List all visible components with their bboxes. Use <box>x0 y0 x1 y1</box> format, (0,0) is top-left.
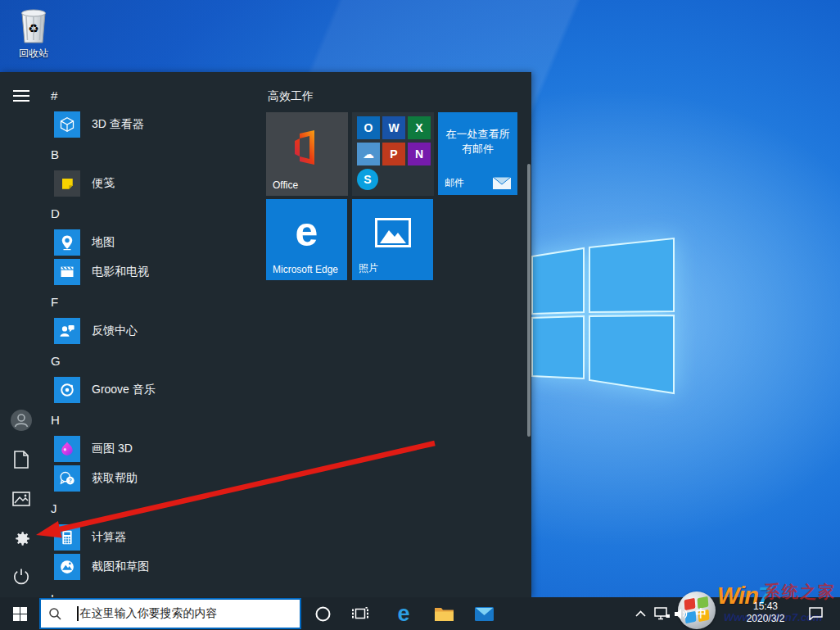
section-letter-d[interactable]: D <box>51 206 84 223</box>
app-item-sticky-notes[interactable]: 便笺 <box>51 169 260 198</box>
skype-icon: S <box>357 169 378 190</box>
documents-button[interactable] <box>10 448 33 471</box>
word-icon: W <box>382 116 405 139</box>
taskbar-mail-button[interactable] <box>471 597 497 630</box>
onenote-icon: N <box>408 143 431 165</box>
mail-tile-heading: 在一处查看所有邮件 <box>442 127 513 156</box>
svg-text:?: ? <box>69 478 72 483</box>
cortana-icon <box>315 606 331 622</box>
user-account-button[interactable] <box>10 409 33 432</box>
section-letter-hash[interactable]: # <box>51 88 84 105</box>
power-button[interactable] <box>10 565 33 588</box>
taskbar-file-explorer-button[interactable] <box>431 597 457 630</box>
tray-volume-button[interactable] <box>672 597 690 630</box>
app-label: 电影和电视 <box>92 265 149 279</box>
tile-mail[interactable]: 在一处查看所有邮件 邮件 <box>438 112 517 195</box>
tile-microsoft-edge[interactable]: e Microsoft Edge <box>266 199 347 280</box>
taskbar: 在这里输入你要搜索的内容 e <box>0 597 840 630</box>
section-letter-b[interactable]: B <box>51 147 84 164</box>
svg-text:♻: ♻ <box>28 21 38 36</box>
tile-photos[interactable]: 照片 <box>352 199 433 280</box>
tile-label: Microsoft Edge <box>273 264 338 275</box>
action-center-button[interactable] <box>804 597 827 630</box>
hamburger-icon <box>13 90 29 102</box>
groove-music-icon <box>54 377 80 403</box>
onedrive-icon: ☁ <box>357 143 380 165</box>
get-help-icon: ? <box>54 465 80 492</box>
windows-start-icon <box>13 607 27 621</box>
app-item-paint-3d[interactable]: 画图 3D <box>51 434 260 464</box>
pictures-button[interactable] <box>10 487 33 510</box>
app-item-3d-viewer[interactable]: 3D 查看器 <box>51 110 260 139</box>
app-label: 便笺 <box>92 176 115 191</box>
settings-button[interactable] <box>10 527 33 550</box>
task-view-icon <box>352 607 368 620</box>
section-letter-h[interactable]: H <box>51 413 84 429</box>
app-item-snip-sketch[interactable]: 截图和草图 <box>51 552 260 582</box>
cortana-button[interactable] <box>309 597 336 630</box>
movies-tv-icon <box>54 259 80 285</box>
windows-desktop: ♻ 回收站 <box>0 0 840 630</box>
mail-icon <box>475 607 494 621</box>
tile-office-folder[interactable]: O W X ☁ P N S <box>352 112 434 196</box>
tray-date: 2020/3/2 <box>739 613 792 625</box>
tile-group-header[interactable]: 高效工作 <box>268 89 314 104</box>
search-icon <box>49 608 61 620</box>
tiles-scrollbar[interactable] <box>527 164 531 437</box>
ime-mode-indicator[interactable]: 中 <box>693 597 709 630</box>
sticky-notes-icon <box>54 170 80 197</box>
tile-label: 邮件 <box>445 176 464 190</box>
app-item-get-help[interactable]: ? 获取帮助 <box>51 464 260 493</box>
network-icon <box>654 607 670 620</box>
app-item-calculator[interactable]: 计算器 <box>51 523 260 552</box>
search-placeholder: 在这里输入你要搜索的内容 <box>80 606 218 621</box>
tile-label: 照片 <box>359 261 378 275</box>
start-menu: # 3D 查看器 B 便笺 D 地图 <box>0 72 531 597</box>
app-label: 地图 <box>92 235 115 250</box>
snip-sketch-icon <box>54 554 80 580</box>
maps-icon <box>54 229 80 256</box>
paint-3d-icon <box>54 436 80 462</box>
app-label: 计算器 <box>92 530 126 545</box>
tile-label: Office <box>273 179 298 191</box>
task-view-button[interactable] <box>347 597 373 630</box>
text-caret <box>77 606 79 621</box>
pictures-icon <box>12 492 30 506</box>
photos-icon <box>375 218 411 247</box>
tray-overflow-chevron[interactable] <box>630 597 650 630</box>
powerpoint-icon: P <box>382 143 405 165</box>
app-label: 3D 查看器 <box>92 117 144 132</box>
recycle-bin-icon: ♻ <box>16 7 52 46</box>
tile-office[interactable]: Office <box>266 112 348 196</box>
taskbar-search-input[interactable]: 在这里输入你要搜索的内容 <box>39 598 301 629</box>
excel-icon: X <box>408 116 431 139</box>
office-logo-icon <box>288 129 326 166</box>
section-letter-j[interactable]: J <box>51 501 84 518</box>
app-item-maps[interactable]: 地图 <box>51 228 260 257</box>
recycle-bin[interactable]: ♻ 回收站 <box>8 7 59 66</box>
gear-icon <box>11 528 32 549</box>
power-icon <box>12 568 30 586</box>
windows-wallpaper-logo <box>524 225 684 401</box>
tray-clock[interactable]: 15:43 2020/3/2 <box>739 601 792 627</box>
feedback-hub-icon <box>54 318 80 344</box>
app-item-movies-tv[interactable]: 电影和电视 <box>51 257 260 287</box>
start-button[interactable] <box>0 597 39 630</box>
file-explorer-icon <box>435 606 454 621</box>
menu-expand-button[interactable] <box>10 84 33 107</box>
app-item-groove-music[interactable]: Groove 音乐 <box>51 375 260 405</box>
recycle-bin-label: 回收站 <box>8 47 59 61</box>
action-center-icon <box>809 607 823 620</box>
app-label: 画图 3D <box>92 442 133 456</box>
section-letter-f[interactable]: F <box>51 295 84 311</box>
app-item-feedback-hub[interactable]: 反馈中心 <box>51 316 260 346</box>
edge-e-icon: e <box>266 211 347 253</box>
taskbar-edge-button[interactable]: e <box>391 597 417 630</box>
section-letter-l[interactable]: L <box>51 591 84 597</box>
tray-time: 15:43 <box>739 601 792 613</box>
section-letter-g[interactable]: G <box>51 354 84 370</box>
chevron-up-icon <box>635 610 646 617</box>
mail-envelope-icon <box>493 177 511 189</box>
tray-network-button[interactable] <box>652 597 671 630</box>
3d-viewer-icon <box>54 111 80 138</box>
